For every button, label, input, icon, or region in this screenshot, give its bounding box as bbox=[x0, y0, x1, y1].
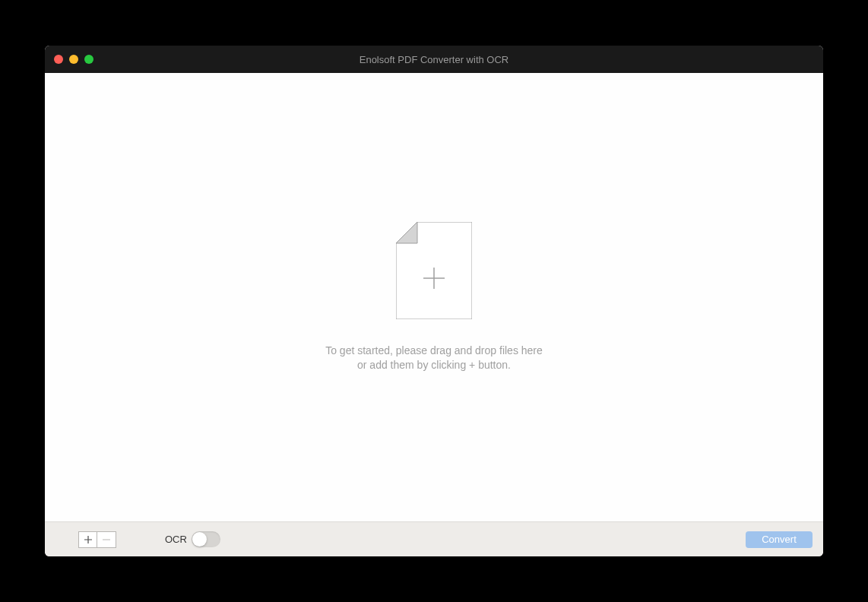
minimize-button[interactable] bbox=[69, 55, 78, 64]
hint-line-2: or add them by clicking + button. bbox=[325, 358, 543, 372]
add-remove-group bbox=[78, 531, 116, 548]
traffic-lights bbox=[45, 55, 93, 64]
convert-button[interactable]: Convert bbox=[746, 531, 813, 548]
plus-icon bbox=[84, 535, 93, 544]
document-placeholder-icon bbox=[396, 222, 472, 322]
app-window: Enolsoft PDF Converter with OCR To get s… bbox=[45, 46, 823, 556]
close-button[interactable] bbox=[54, 55, 63, 64]
minus-icon bbox=[102, 535, 111, 544]
titlebar: Enolsoft PDF Converter with OCR bbox=[45, 46, 823, 73]
ocr-toggle[interactable] bbox=[192, 531, 220, 547]
hint-line-1: To get started, please drag and drop fil… bbox=[325, 344, 543, 358]
remove-file-button[interactable] bbox=[97, 531, 116, 548]
add-file-button[interactable] bbox=[78, 531, 97, 548]
ocr-label: OCR bbox=[165, 534, 187, 545]
dropzone-hint: To get started, please drag and drop fil… bbox=[325, 344, 543, 372]
window-title: Enolsoft PDF Converter with OCR bbox=[45, 54, 823, 65]
maximize-button[interactable] bbox=[84, 55, 93, 64]
footer-toolbar: OCR Convert bbox=[45, 521, 823, 556]
toggle-knob bbox=[192, 532, 207, 547]
ocr-section: OCR bbox=[165, 531, 220, 547]
dropzone[interactable]: To get started, please drag and drop fil… bbox=[45, 73, 823, 521]
